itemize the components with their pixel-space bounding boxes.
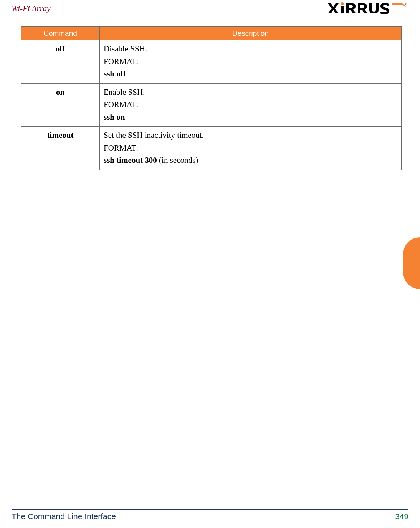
description-cell: Disable SSH. FORMAT: ssh off	[100, 40, 402, 84]
command-table: Command Description off Disable SSH. FOR…	[21, 26, 402, 170]
desc-format-label: FORMAT:	[104, 98, 397, 111]
svg-text:®: ®	[405, 3, 407, 6]
footer-title: The Command Line Interface	[12, 512, 116, 521]
table-row: on Enable SSH. FORMAT: ssh on	[21, 83, 402, 127]
xirrus-logo-icon: ®	[327, 2, 408, 15]
table-row: off Disable SSH. FORMAT: ssh off	[21, 40, 402, 84]
page-footer: The Command Line Interface 349	[12, 509, 408, 521]
page-header: Wi-Fi Array	[12, 0, 408, 18]
svg-point-1	[341, 2, 344, 5]
description-cell: Set the SSH inactivity timeout. FORMAT: …	[100, 127, 402, 170]
desc-main: Enable SSH.	[104, 86, 397, 99]
table-header-row: Command Description	[21, 27, 402, 40]
command-cell: timeout	[21, 127, 100, 170]
header-title: Wi-Fi Array	[12, 4, 51, 13]
footer-page-number: 349	[395, 512, 408, 521]
col-header-description: Description	[100, 27, 402, 40]
side-thumb-tab	[403, 237, 420, 289]
desc-example: ssh off	[104, 68, 397, 80]
desc-main: Disable SSH.	[104, 43, 397, 55]
desc-format-label: FORMAT:	[104, 55, 397, 68]
desc-example: ssh on	[104, 111, 397, 124]
desc-format-label: FORMAT:	[104, 142, 397, 154]
table-row: timeout Set the SSH inactivity timeout. …	[21, 127, 402, 170]
brand-logo: ®	[327, 2, 408, 15]
main-content: Command Description off Disable SSH. FOR…	[12, 18, 408, 170]
description-cell: Enable SSH. FORMAT: ssh on	[100, 83, 402, 127]
svg-rect-0	[341, 6, 344, 13]
col-header-command: Command	[21, 27, 100, 40]
command-cell: off	[21, 40, 100, 84]
command-cell: on	[21, 83, 100, 127]
desc-example: ssh timeout 300 (in seconds)	[104, 154, 397, 167]
desc-main: Set the SSH inactivity timeout.	[104, 129, 397, 142]
